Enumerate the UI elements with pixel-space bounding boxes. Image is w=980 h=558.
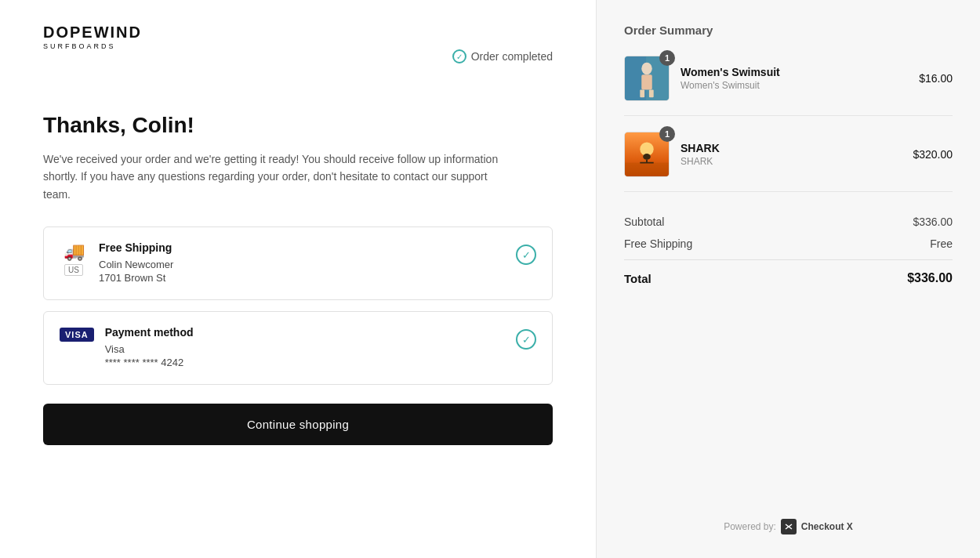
card-number-masked: **** **** **** 4242 bbox=[105, 357, 194, 368]
qty-badge-shark: 1 bbox=[659, 126, 675, 142]
product-info-shark: SHARK SHARK bbox=[681, 142, 720, 167]
product-variant-shark: SHARK bbox=[681, 156, 720, 167]
shipping-card-title: Free Shipping bbox=[99, 241, 173, 254]
shipping-label: Free Shipping bbox=[624, 237, 692, 250]
brand-name: DOPEWIND bbox=[43, 24, 142, 41]
total-row: Total $336.00 bbox=[624, 259, 953, 285]
product-variant-swimsuit: Women's Swimsuit bbox=[681, 80, 780, 91]
shipping-card: 🚚 US Free Shipping Colin Newcomer 1701 B… bbox=[43, 226, 553, 300]
payment-icon-area: VISA bbox=[60, 326, 94, 342]
order-completed-indicator: ✓ Order completed bbox=[452, 49, 553, 63]
header-row: DOPEWIND SURFBOARDS ✓ Order completed bbox=[43, 24, 553, 89]
shipping-address: 1701 Brown St bbox=[99, 272, 173, 284]
brand-sub: SURFBOARDS bbox=[43, 42, 142, 50]
svg-point-2 bbox=[641, 63, 652, 74]
product-row-swimsuit: 1 Women's Swimsuit Women's Swimsuit $16.… bbox=[624, 56, 953, 116]
product-left-shark: 1 SHARK SHARK bbox=[624, 132, 720, 177]
product-name-swimsuit: Women's Swimsuit bbox=[681, 66, 780, 78]
shipping-check-icon: ✓ bbox=[516, 245, 536, 265]
svg-rect-8 bbox=[625, 163, 669, 176]
subtotal-label: Subtotal bbox=[624, 216, 664, 228]
product-price-swimsuit: $16.00 bbox=[919, 72, 953, 85]
order-summary-title: Order Summary bbox=[624, 24, 953, 37]
totals-section: Subtotal $336.00 Free Shipping Free Tota… bbox=[624, 216, 953, 295]
product-left-swimsuit: 1 Women's Swimsuit Women's Swimsuit bbox=[624, 56, 780, 101]
shipping-value: Free bbox=[930, 237, 953, 250]
checkout-x-label: Checkout X bbox=[801, 521, 853, 532]
powered-by: Powered by: Checkout X bbox=[624, 500, 953, 534]
truck-icon: 🚚 bbox=[64, 241, 85, 262]
order-completed-check-icon: ✓ bbox=[452, 49, 466, 63]
right-panel: Order Summary 1 Women' bbox=[596, 0, 980, 558]
product-price-shark: $320.00 bbox=[913, 148, 953, 161]
subtotal-value: $336.00 bbox=[913, 216, 953, 228]
payment-card: VISA Payment method Visa **** **** **** … bbox=[43, 311, 553, 385]
shipping-row: Free Shipping Free bbox=[624, 237, 953, 250]
country-badge: US bbox=[64, 264, 83, 276]
svg-point-9 bbox=[643, 154, 651, 160]
left-panel: DOPEWIND SURFBOARDS ✓ Order completed Th… bbox=[0, 0, 596, 558]
shipping-card-details: Free Shipping Colin Newcomer 1701 Brown … bbox=[99, 241, 173, 285]
subtotal-row: Subtotal $336.00 bbox=[624, 216, 953, 228]
product-img-wrap-swimsuit: 1 bbox=[624, 56, 670, 101]
order-completed-label: Order completed bbox=[471, 50, 553, 63]
qty-badge-swimsuit: 1 bbox=[659, 50, 675, 66]
checkout-x-logo-icon bbox=[781, 519, 797, 534]
continue-shopping-button[interactable]: Continue shopping bbox=[43, 404, 553, 445]
payment-card-title: Payment method bbox=[105, 326, 194, 339]
total-label: Total bbox=[624, 272, 652, 285]
visa-badge: VISA bbox=[60, 328, 94, 342]
product-img-wrap-shark: 1 bbox=[624, 132, 670, 177]
thanks-heading: Thanks, Colin! bbox=[43, 113, 553, 138]
shipping-name: Colin Newcomer bbox=[99, 259, 173, 270]
shipping-card-left: 🚚 US Free Shipping Colin Newcomer 1701 B… bbox=[60, 241, 173, 285]
payment-card-left: VISA Payment method Visa **** **** **** … bbox=[60, 326, 194, 370]
svg-rect-3 bbox=[641, 74, 652, 89]
svg-rect-4 bbox=[640, 89, 644, 97]
product-info-swimsuit: Women's Swimsuit Women's Swimsuit bbox=[681, 66, 780, 91]
logo-area: DOPEWIND SURFBOARDS bbox=[43, 24, 142, 50]
payment-check-icon: ✓ bbox=[516, 329, 536, 350]
product-name-shark: SHARK bbox=[681, 142, 720, 154]
shipping-icon-area: 🚚 US bbox=[60, 241, 88, 276]
total-value: $336.00 bbox=[907, 271, 953, 285]
order-message: We've received your order and we're gett… bbox=[43, 150, 514, 203]
product-row-shark: 1 SHARK SHARK $320.00 bbox=[624, 132, 953, 192]
payment-card-details: Payment method Visa **** **** **** 4242 bbox=[105, 326, 194, 370]
card-type: Visa bbox=[105, 343, 194, 355]
powered-by-label: Powered by: bbox=[724, 521, 776, 532]
svg-rect-5 bbox=[649, 89, 654, 97]
